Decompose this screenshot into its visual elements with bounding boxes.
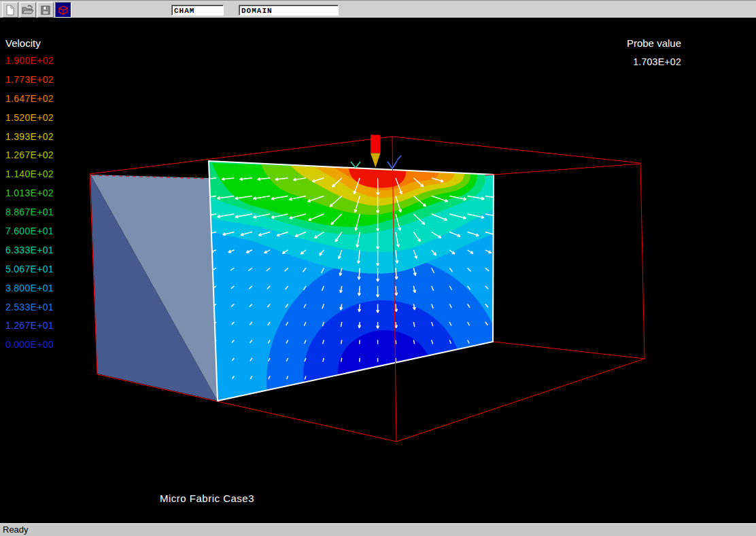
probe-marker[interactable] bbox=[371, 135, 381, 168]
velocity-legend: Velocity 1.900E+021.773E+021.647E+021.52… bbox=[5, 37, 54, 358]
legend-entry: 1.520E+02 bbox=[5, 112, 54, 131]
inlet-vector-glyph-right bbox=[388, 156, 401, 168]
legend-entry: 2.533E+01 bbox=[5, 302, 54, 321]
legend-entry: 6.333E+01 bbox=[5, 245, 54, 264]
legend-entry: 0.000E+00 bbox=[5, 339, 54, 358]
status-text: Ready bbox=[3, 524, 29, 535]
legend-entry: 1.013E+02 bbox=[5, 187, 54, 207]
legend-entry: 1.267E+02 bbox=[5, 149, 54, 168]
contour-plane bbox=[209, 161, 506, 508]
legend-title: Velocity bbox=[5, 37, 54, 55]
legend-entry: 1.773E+02 bbox=[5, 74, 54, 93]
legend-entry: 8.867E+01 bbox=[5, 207, 54, 226]
inlet-vector-glyph-left bbox=[351, 162, 360, 168]
probe-readout-value: 1.703E+02 bbox=[627, 56, 681, 67]
legend-entry: 3.800E+01 bbox=[5, 283, 54, 302]
legend-entry: 1.393E+02 bbox=[5, 131, 54, 150]
legend-entry: 5.067E+01 bbox=[5, 264, 54, 283]
blockage-object bbox=[90, 175, 218, 401]
legend-entries: 1.900E+021.773E+021.647E+021.520E+021.39… bbox=[5, 55, 54, 358]
legend-entry: 1.267E+01 bbox=[5, 320, 54, 339]
probe-readout-label: Probe value bbox=[627, 37, 681, 49]
viewport-3d[interactable]: Velocity 1.900E+021.773E+021.647E+021.52… bbox=[0, 19, 756, 523]
case-caption: Micro Fabric Case3 bbox=[160, 493, 254, 504]
legend-entry: 1.647E+02 bbox=[5, 93, 54, 112]
scene-canvas bbox=[0, 0, 756, 536]
legend-entry: 7.600E+01 bbox=[5, 226, 54, 245]
legend-entry: 1.140E+02 bbox=[5, 168, 54, 187]
status-bar: Ready bbox=[0, 523, 756, 536]
legend-entry: 1.900E+02 bbox=[5, 55, 54, 74]
probe-readout: Probe value 1.703E+02 bbox=[627, 37, 681, 67]
